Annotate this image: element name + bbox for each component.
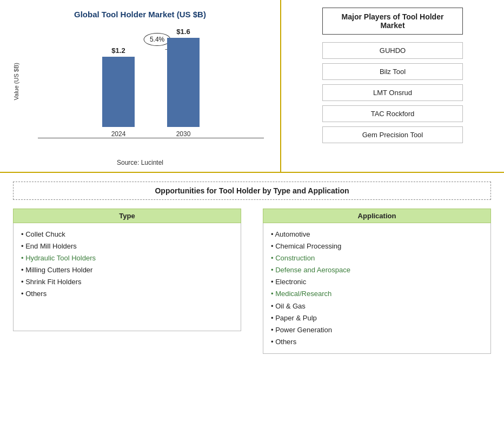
app-item-9: • Others xyxy=(271,336,483,348)
player-item-bilz: Bilz Tool xyxy=(322,63,463,80)
application-body: • Automotive • Chemical Processing • Con… xyxy=(263,223,491,354)
bars-container: $1.2 2024 $1.6 2030 xyxy=(32,28,269,138)
app-item-3: • Defense and Aerospace xyxy=(271,264,483,276)
y-axis-label: Value (US $B) xyxy=(13,63,19,100)
type-item-1: • End Mill Holders xyxy=(21,240,233,252)
chart-area: Value (US $B) 5.4% → $1.2 2024 xyxy=(11,24,269,155)
app-item-6: • Oil & Gas xyxy=(271,300,483,312)
application-header: Application xyxy=(263,209,491,223)
opp-columns: Type • Collet Chuck • End Mill Holders •… xyxy=(13,209,491,354)
bar-2024 xyxy=(102,57,135,127)
players-title: Major Players of Tool Holder Market xyxy=(322,8,463,35)
bottom-section: Opportunities for Tool Holder by Type an… xyxy=(0,173,504,360)
type-header: Type xyxy=(13,209,241,223)
bar-year-2024: 2024 xyxy=(111,130,126,138)
application-column: Application • Automotive • Chemical Proc… xyxy=(263,209,491,354)
chart-baseline xyxy=(38,138,264,138)
type-column: Type • Collet Chuck • End Mill Holders •… xyxy=(13,209,241,354)
type-item-2: • Hydraulic Tool Holders xyxy=(21,252,233,264)
player-item-gem: Gem Precision Tool xyxy=(322,126,463,143)
type-item-5: • Others xyxy=(21,288,233,300)
player-item-lmt: LMT Onsrud xyxy=(322,84,463,101)
bar-label-2030: $1.6 xyxy=(176,28,190,36)
bar-label-2024: $1.2 xyxy=(111,46,125,55)
app-item-5: • Medical/Research xyxy=(271,288,483,300)
app-item-4: • Electronic xyxy=(271,276,483,288)
app-item-2: • Construction xyxy=(271,252,483,264)
app-item-0: • Automotive xyxy=(271,229,483,240)
opportunities-title: Opportunities for Tool Holder by Type an… xyxy=(13,182,491,200)
type-body: • Collet Chuck • End Mill Holders • Hydr… xyxy=(13,223,241,331)
type-item-4: • Shrink Fit Holders xyxy=(21,276,233,288)
app-item-8: • Power Generation xyxy=(271,324,483,336)
bar-2030 xyxy=(167,38,200,127)
type-item-3: • Milling Cutters Holder xyxy=(21,264,233,276)
type-item-0: • Collet Chuck xyxy=(21,229,233,240)
chart-section: Global Tool Holder Market (US $B) Value … xyxy=(0,0,281,172)
app-item-1: • Chemical Processing xyxy=(271,240,483,252)
source-label: Source: Lucintel xyxy=(117,159,163,166)
players-section: Major Players of Tool Holder Market GUHD… xyxy=(281,0,504,172)
bar-group-2030: $1.6 2030 xyxy=(167,28,200,138)
bar-year-2030: 2030 xyxy=(176,130,191,138)
player-item-tac: TAC Rockford xyxy=(322,105,463,122)
player-item-guhdo: GUHDO xyxy=(322,42,463,59)
bar-group-2024: $1.2 2024 xyxy=(102,46,135,138)
app-item-7: • Paper & Pulp xyxy=(271,312,483,324)
top-section: Global Tool Holder Market (US $B) Value … xyxy=(0,0,504,173)
chart-title: Global Tool Holder Market (US $B) xyxy=(74,10,206,19)
